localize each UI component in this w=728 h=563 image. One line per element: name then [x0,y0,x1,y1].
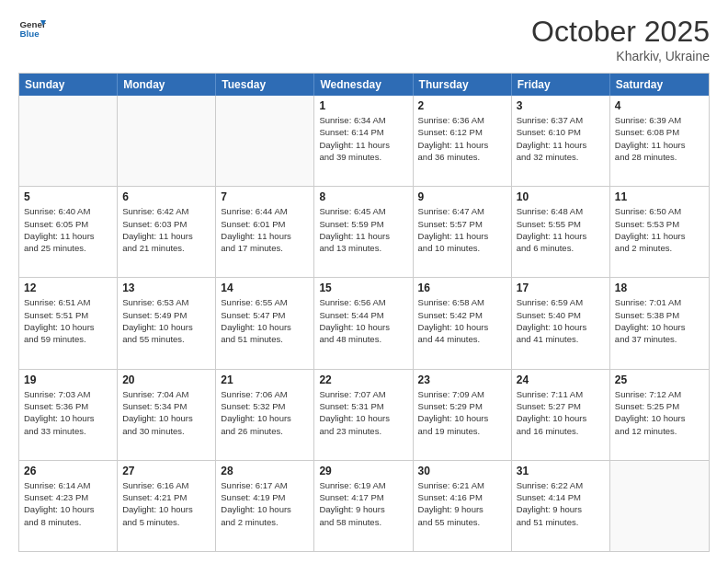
day-number: 17 [517,282,605,294]
calendar-cell: 31Sunrise: 6:22 AM Sunset: 4:14 PM Dayli… [512,461,610,551]
day-info: Sunrise: 6:16 AM Sunset: 4:21 PM Dayligh… [122,479,210,528]
day-info: Sunrise: 6:40 AM Sunset: 6:05 PM Dayligh… [24,205,112,254]
calendar-row: 1Sunrise: 6:34 AM Sunset: 6:14 PM Daylig… [19,96,709,187]
day-info: Sunrise: 6:47 AM Sunset: 5:57 PM Dayligh… [418,205,506,254]
day-number: 6 [122,190,210,203]
day-number: 23 [418,373,506,386]
calendar-cell: 19Sunrise: 7:03 AM Sunset: 5:36 PM Dayli… [19,370,118,460]
calendar-cell: 13Sunrise: 6:53 AM Sunset: 5:49 PM Dayli… [118,278,216,368]
day-number: 29 [319,465,407,477]
day-info: Sunrise: 6:42 AM Sunset: 6:03 PM Dayligh… [122,205,210,254]
calendar-cell: 7Sunrise: 6:44 AM Sunset: 6:01 PM Daylig… [216,187,314,277]
day-info: Sunrise: 7:06 AM Sunset: 5:32 PM Dayligh… [221,388,309,437]
calendar-cell: 11Sunrise: 6:50 AM Sunset: 5:53 PM Dayli… [610,187,709,277]
calendar-cell [610,461,709,551]
day-number: 8 [319,190,407,203]
day-number: 26 [24,465,112,477]
calendar-cell: 29Sunrise: 6:19 AM Sunset: 4:17 PM Dayli… [314,461,413,551]
day-info: Sunrise: 6:17 AM Sunset: 4:19 PM Dayligh… [221,479,309,528]
calendar: SundayMondayTuesdayWednesdayThursdayFrid… [18,73,710,552]
day-info: Sunrise: 7:12 AM Sunset: 5:25 PM Dayligh… [615,388,704,437]
title-block: October 2025 Kharkiv, Ukraine [531,15,710,63]
day-info: Sunrise: 6:21 AM Sunset: 4:16 PM Dayligh… [418,479,506,528]
day-number: 22 [319,373,407,386]
day-number: 16 [418,282,506,294]
svg-text:Blue: Blue [20,29,40,39]
day-info: Sunrise: 7:11 AM Sunset: 5:27 PM Dayligh… [517,388,605,437]
weekday-header: Thursday [414,74,512,96]
weekday-header: Saturday [610,74,709,96]
calendar-cell [118,96,216,186]
calendar-cell: 2Sunrise: 6:36 AM Sunset: 6:12 PM Daylig… [414,96,512,186]
calendar-cell: 6Sunrise: 6:42 AM Sunset: 6:03 PM Daylig… [118,187,216,277]
page: General Blue October 2025 Kharkiv, Ukrai… [0,0,728,563]
day-number: 3 [517,99,605,112]
day-info: Sunrise: 6:45 AM Sunset: 5:59 PM Dayligh… [319,205,407,254]
calendar-cell: 30Sunrise: 6:21 AM Sunset: 4:16 PM Dayli… [414,461,512,551]
day-info: Sunrise: 6:37 AM Sunset: 6:10 PM Dayligh… [517,114,605,163]
calendar-cell: 26Sunrise: 6:14 AM Sunset: 4:23 PM Dayli… [19,461,118,551]
calendar-cell: 16Sunrise: 6:58 AM Sunset: 5:42 PM Dayli… [414,278,512,368]
calendar-cell: 25Sunrise: 7:12 AM Sunset: 5:25 PM Dayli… [610,370,709,460]
day-number: 11 [615,190,704,203]
calendar-cell: 3Sunrise: 6:37 AM Sunset: 6:10 PM Daylig… [512,96,610,186]
calendar-cell: 15Sunrise: 6:56 AM Sunset: 5:44 PM Dayli… [314,278,413,368]
day-number: 27 [122,465,210,477]
weekday-header: Tuesday [216,74,314,96]
day-info: Sunrise: 7:01 AM Sunset: 5:38 PM Dayligh… [615,296,704,345]
calendar-row: 19Sunrise: 7:03 AM Sunset: 5:36 PM Dayli… [19,370,709,461]
day-info: Sunrise: 6:44 AM Sunset: 6:01 PM Dayligh… [221,205,309,254]
calendar-cell: 17Sunrise: 6:59 AM Sunset: 5:40 PM Dayli… [512,278,610,368]
calendar-cell: 22Sunrise: 7:07 AM Sunset: 5:31 PM Dayli… [314,370,413,460]
day-info: Sunrise: 7:04 AM Sunset: 5:34 PM Dayligh… [122,388,210,437]
day-number: 15 [319,282,407,294]
day-number: 18 [615,282,704,294]
day-info: Sunrise: 6:36 AM Sunset: 6:12 PM Dayligh… [418,114,506,163]
calendar-cell: 4Sunrise: 6:39 AM Sunset: 6:08 PM Daylig… [610,96,709,186]
calendar-cell: 14Sunrise: 6:55 AM Sunset: 5:47 PM Dayli… [216,278,314,368]
day-info: Sunrise: 6:39 AM Sunset: 6:08 PM Dayligh… [615,114,704,163]
day-number: 28 [221,465,309,477]
calendar-cell [19,96,118,186]
weekday-header: Monday [118,74,216,96]
calendar-cell: 12Sunrise: 6:51 AM Sunset: 5:51 PM Dayli… [19,278,118,368]
day-info: Sunrise: 6:50 AM Sunset: 5:53 PM Dayligh… [615,205,704,254]
logo-icon: General Blue [18,15,46,42]
day-info: Sunrise: 6:55 AM Sunset: 5:47 PM Dayligh… [221,296,309,345]
day-number: 20 [122,373,210,386]
weekday-header: Wednesday [314,74,413,96]
day-info: Sunrise: 7:07 AM Sunset: 5:31 PM Dayligh… [319,388,407,437]
day-number: 5 [24,190,112,203]
calendar-cell: 8Sunrise: 6:45 AM Sunset: 5:59 PM Daylig… [314,187,413,277]
calendar-header: SundayMondayTuesdayWednesdayThursdayFrid… [19,74,709,96]
day-info: Sunrise: 7:03 AM Sunset: 5:36 PM Dayligh… [24,388,112,437]
calendar-cell: 20Sunrise: 7:04 AM Sunset: 5:34 PM Dayli… [118,370,216,460]
calendar-cell: 18Sunrise: 7:01 AM Sunset: 5:38 PM Dayli… [610,278,709,368]
header: General Blue October 2025 Kharkiv, Ukrai… [18,15,710,63]
day-number: 21 [221,373,309,386]
day-number: 30 [418,465,506,477]
day-number: 13 [122,282,210,294]
day-info: Sunrise: 6:14 AM Sunset: 4:23 PM Dayligh… [24,479,112,528]
calendar-cell: 28Sunrise: 6:17 AM Sunset: 4:19 PM Dayli… [216,461,314,551]
calendar-cell: 21Sunrise: 7:06 AM Sunset: 5:32 PM Dayli… [216,370,314,460]
weekday-header: Sunday [19,74,118,96]
calendar-cell: 9Sunrise: 6:47 AM Sunset: 5:57 PM Daylig… [414,187,512,277]
calendar-row: 5Sunrise: 6:40 AM Sunset: 6:05 PM Daylig… [19,187,709,278]
day-number: 31 [517,465,605,477]
calendar-row: 12Sunrise: 6:51 AM Sunset: 5:51 PM Dayli… [19,278,709,369]
day-number: 24 [517,373,605,386]
calendar-cell: 23Sunrise: 7:09 AM Sunset: 5:29 PM Dayli… [414,370,512,460]
day-number: 25 [615,373,704,386]
day-number: 4 [615,99,704,112]
weekday-header: Friday [512,74,610,96]
day-number: 7 [221,190,309,203]
day-info: Sunrise: 6:58 AM Sunset: 5:42 PM Dayligh… [418,296,506,345]
day-info: Sunrise: 6:59 AM Sunset: 5:40 PM Dayligh… [517,296,605,345]
calendar-body: 1Sunrise: 6:34 AM Sunset: 6:14 PM Daylig… [19,96,709,551]
day-info: Sunrise: 6:48 AM Sunset: 5:55 PM Dayligh… [517,205,605,254]
calendar-cell: 24Sunrise: 7:11 AM Sunset: 5:27 PM Dayli… [512,370,610,460]
calendar-cell: 1Sunrise: 6:34 AM Sunset: 6:14 PM Daylig… [314,96,413,186]
day-info: Sunrise: 7:09 AM Sunset: 5:29 PM Dayligh… [418,388,506,437]
day-number: 12 [24,282,112,294]
